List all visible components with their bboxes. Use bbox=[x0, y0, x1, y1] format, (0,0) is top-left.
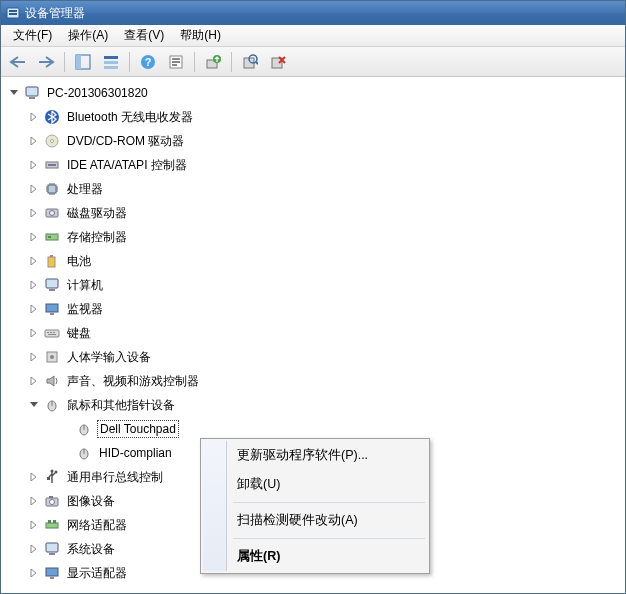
context-menu-update-driver[interactable]: 更新驱动程序软件(P)... bbox=[203, 441, 427, 470]
svg-point-44 bbox=[50, 355, 54, 359]
expand-icon[interactable] bbox=[27, 494, 41, 508]
svg-rect-38 bbox=[45, 330, 59, 337]
tree-label: 处理器 bbox=[65, 180, 105, 199]
tree-label: 磁盘驱动器 bbox=[65, 204, 129, 223]
expand-icon[interactable] bbox=[27, 326, 41, 340]
tree-category-dvd[interactable]: DVD/CD-ROM 驱动器 bbox=[3, 129, 623, 153]
expand-icon[interactable] bbox=[27, 278, 41, 292]
menu-action[interactable]: 操作(A) bbox=[60, 25, 116, 46]
expand-icon[interactable] bbox=[27, 230, 41, 244]
tree-category-sound[interactable]: 声音、视频和游戏控制器 bbox=[3, 369, 623, 393]
tree-category-ide[interactable]: IDE ATA/ATAPI 控制器 bbox=[3, 153, 623, 177]
cpu-icon bbox=[43, 180, 61, 198]
tree-root[interactable]: PC-201306301820 bbox=[3, 81, 623, 105]
expand-icon[interactable] bbox=[27, 158, 41, 172]
expand-icon[interactable] bbox=[27, 542, 41, 556]
context-menu-uninstall[interactable]: 卸载(U) bbox=[203, 470, 427, 499]
details-view-button[interactable] bbox=[100, 51, 122, 73]
svg-rect-60 bbox=[46, 543, 58, 552]
svg-rect-41 bbox=[53, 332, 55, 333]
expand-icon[interactable] bbox=[27, 182, 41, 196]
svg-rect-26 bbox=[48, 164, 56, 166]
svg-rect-42 bbox=[48, 334, 56, 335]
help-button[interactable]: ? bbox=[137, 51, 159, 73]
context-menu-properties[interactable]: 属性(R) bbox=[203, 542, 427, 571]
tree-category-processor[interactable]: 处理器 bbox=[3, 177, 623, 201]
expand-icon[interactable] bbox=[27, 350, 41, 364]
svg-rect-34 bbox=[46, 279, 58, 288]
system-icon bbox=[43, 540, 61, 558]
expand-icon[interactable] bbox=[27, 254, 41, 268]
toolbar-separator bbox=[231, 52, 232, 72]
context-menu-scan-hardware[interactable]: 扫描检测硬件改动(A) bbox=[203, 506, 427, 535]
tree-category-keyboard[interactable]: 键盘 bbox=[3, 321, 623, 345]
computer-icon bbox=[43, 276, 61, 294]
svg-point-53 bbox=[55, 471, 58, 474]
svg-rect-6 bbox=[104, 61, 118, 64]
tree-label: Dell Touchpad bbox=[97, 420, 179, 438]
svg-rect-57 bbox=[46, 523, 58, 528]
tree-category-hid[interactable]: 人体学输入设备 bbox=[3, 345, 623, 369]
update-driver-button[interactable] bbox=[202, 51, 224, 73]
tree-label: 声音、视频和游戏控制器 bbox=[65, 372, 201, 391]
tree-label: 存储控制器 bbox=[65, 228, 129, 247]
svg-point-51 bbox=[51, 470, 54, 473]
window-title: 设备管理器 bbox=[25, 5, 85, 22]
collapse-icon[interactable] bbox=[7, 86, 21, 100]
tree-category-monitor[interactable]: 监视器 bbox=[3, 297, 623, 321]
expand-icon[interactable] bbox=[27, 110, 41, 124]
tree-category-battery[interactable]: 电池 bbox=[3, 249, 623, 273]
svg-rect-63 bbox=[50, 577, 54, 579]
svg-rect-11 bbox=[172, 58, 180, 60]
tree-category-disk[interactable]: 磁盘驱动器 bbox=[3, 201, 623, 225]
scan-hardware-button[interactable] bbox=[239, 51, 261, 73]
expand-icon[interactable] bbox=[27, 302, 41, 316]
tree-category-storage[interactable]: 存储控制器 bbox=[3, 225, 623, 249]
uninstall-button[interactable] bbox=[267, 51, 289, 73]
menubar: 文件(F) 操作(A) 查看(V) 帮助(H) bbox=[1, 25, 625, 47]
svg-rect-20 bbox=[26, 87, 38, 96]
tree-category-computer[interactable]: 计算机 bbox=[3, 273, 623, 297]
tree-category-mouse[interactable]: 鼠标和其他指针设备 bbox=[3, 393, 623, 417]
tree-label: 系统设备 bbox=[65, 540, 117, 559]
titlebar: 设备管理器 bbox=[1, 1, 625, 25]
ide-icon bbox=[43, 156, 61, 174]
context-menu-separator bbox=[233, 502, 425, 503]
svg-rect-13 bbox=[172, 64, 177, 66]
menu-file[interactable]: 文件(F) bbox=[5, 25, 60, 46]
menu-help[interactable]: 帮助(H) bbox=[172, 25, 229, 46]
forward-button[interactable] bbox=[35, 51, 57, 73]
battery-icon bbox=[43, 252, 61, 270]
svg-rect-37 bbox=[50, 313, 54, 315]
expand-icon[interactable] bbox=[27, 206, 41, 220]
svg-rect-56 bbox=[49, 496, 53, 498]
properties-button[interactable] bbox=[165, 51, 187, 73]
svg-rect-2 bbox=[9, 13, 17, 15]
svg-rect-52 bbox=[47, 477, 50, 480]
svg-rect-40 bbox=[50, 332, 52, 333]
hid-icon bbox=[43, 348, 61, 366]
svg-rect-39 bbox=[47, 332, 49, 333]
display-adapter-icon bbox=[43, 564, 61, 582]
tree-label: 通用串行总线控制 bbox=[65, 468, 165, 487]
menu-view[interactable]: 查看(V) bbox=[116, 25, 172, 46]
show-hide-tree-button[interactable] bbox=[72, 51, 94, 73]
tree-label: PC-201306301820 bbox=[45, 85, 150, 101]
collapse-icon[interactable] bbox=[27, 398, 41, 412]
svg-rect-36 bbox=[46, 304, 58, 312]
back-button[interactable] bbox=[7, 51, 29, 73]
tree-category-bluetooth[interactable]: Bluetooth 无线电收发器 bbox=[3, 105, 623, 129]
disc-icon bbox=[43, 132, 61, 150]
expand-icon[interactable] bbox=[27, 134, 41, 148]
expand-icon[interactable] bbox=[27, 518, 41, 532]
tree-label: 图像设备 bbox=[65, 492, 117, 511]
storage-icon bbox=[43, 228, 61, 246]
expand-icon[interactable] bbox=[27, 374, 41, 388]
tree-label: 键盘 bbox=[65, 324, 93, 343]
svg-rect-33 bbox=[50, 255, 53, 257]
svg-rect-30 bbox=[46, 234, 58, 240]
expand-icon[interactable] bbox=[27, 566, 41, 580]
svg-rect-5 bbox=[104, 56, 118, 59]
toolbar-separator bbox=[64, 52, 65, 72]
expand-icon[interactable] bbox=[27, 470, 41, 484]
